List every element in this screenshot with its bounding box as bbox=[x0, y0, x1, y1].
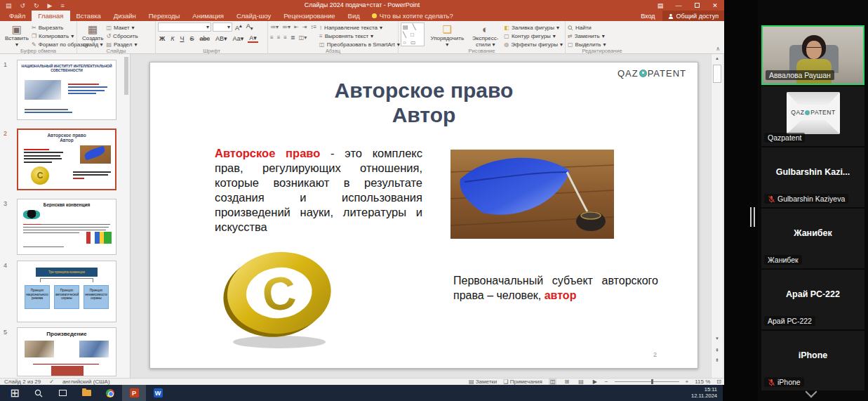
share-button[interactable]: Общий доступ bbox=[662, 11, 724, 21]
slide-thumbnail-4[interactable]: Три принципа конвенции Принцип националь… bbox=[17, 261, 116, 322]
taskbar-clock[interactable]: 15:11 12.11.2024 bbox=[691, 386, 717, 399]
italic-button[interactable]: К bbox=[169, 35, 175, 42]
underline-button[interactable]: Ч bbox=[178, 35, 185, 42]
find-button[interactable]: Найти bbox=[568, 24, 636, 32]
shrink-font-button[interactable]: А▾ bbox=[245, 22, 255, 32]
collapse-ribbon-icon[interactable]: ∧ bbox=[716, 46, 720, 52]
layout-button[interactable]: ◫Макет ▾ bbox=[106, 24, 138, 32]
zoom-slider[interactable] bbox=[615, 381, 679, 382]
slide-title[interactable]: Авторское правоАвтор bbox=[150, 78, 697, 127]
slide-thumbnail-1[interactable]: НАЦИОНАЛЬНЫЙ ИНСТИТУТ ИНТЕЛЛЕКТУАЛЬНОЙ С… bbox=[17, 60, 116, 120]
text-direction-button[interactable]: ↕Направление текста ▾ bbox=[319, 24, 400, 32]
reading-view-button[interactable]: ▤ bbox=[577, 379, 585, 385]
reset-button[interactable]: ↺Сбросить bbox=[106, 32, 138, 40]
start-button[interactable]: ⊞ bbox=[3, 385, 27, 401]
sign-in-button[interactable]: Вход bbox=[634, 13, 662, 20]
paste-button[interactable]: ▣ Вставить▾ bbox=[2, 22, 32, 48]
columns-icon[interactable]: ◫▾ bbox=[299, 34, 307, 41]
text-shadow-button[interactable]: abc bbox=[198, 35, 211, 42]
slide-thumbnail-3[interactable]: Бернская конвенция bbox=[17, 199, 116, 255]
powerpoint-taskbar-button[interactable]: P bbox=[122, 385, 146, 401]
thumbnail-image bbox=[80, 145, 111, 164]
font-size-combo[interactable]: ▾ bbox=[213, 22, 232, 32]
scroll-up-icon[interactable]: ▲ bbox=[712, 56, 723, 60]
comments-toggle[interactable]: ❏ Примечания bbox=[503, 379, 542, 385]
align-right-icon[interactable]: ≡ bbox=[283, 34, 287, 41]
new-slide-button[interactable]: ▦ Создать слайд ▾ bbox=[79, 22, 106, 48]
shape-fill-button[interactable]: ◧Заливка фигуры ▾ bbox=[504, 24, 563, 32]
slide-sorter-view-button[interactable]: ⊞ bbox=[563, 379, 570, 385]
replace-button[interactable]: ⇄Заменить ▾ bbox=[568, 32, 636, 40]
tab-home[interactable]: Главная bbox=[32, 11, 69, 21]
participant-video-tile[interactable]: Аввалова Раушан bbox=[761, 25, 864, 85]
shapes-gallery[interactable]: ▤ ╲ ╲ □ ○ ▭ △ ⌐ ¬ ⇨ ⇩ ▱ ✩ ⌒ ( ) ☆ ▾ bbox=[401, 22, 425, 46]
taskbar-search-button[interactable] bbox=[27, 385, 51, 401]
restore-button[interactable] bbox=[688, 0, 706, 11]
chrome-button[interactable] bbox=[98, 385, 122, 401]
slide-canvas[interactable]: QAZPATENT Авторское правоАвтор Авторское… bbox=[149, 62, 698, 369]
tell-me-box[interactable]: Что вы хотите сделать? bbox=[366, 11, 459, 21]
decrease-indent-icon[interactable]: ⇤ bbox=[294, 24, 299, 30]
zoom-level[interactable]: 115 % bbox=[695, 379, 710, 385]
participant-video-tile[interactable]: Жанибек Жанибек bbox=[761, 209, 864, 268]
notes-toggle[interactable]: ▤ Заметки bbox=[469, 379, 497, 385]
zoom-in-button[interactable]: + bbox=[686, 379, 689, 385]
spellcheck-icon[interactable]: ✓ bbox=[49, 379, 54, 385]
close-button[interactable]: ✕ bbox=[706, 0, 724, 11]
font-name-combo[interactable]: ▾ bbox=[158, 22, 211, 32]
scroll-down-icon[interactable]: ▼ bbox=[712, 336, 723, 341]
line-spacing-icon[interactable]: ↕≡ bbox=[310, 24, 316, 30]
word-taskbar-button[interactable]: W bbox=[146, 385, 170, 401]
participant-video-tile[interactable]: iPhone iPhone bbox=[761, 331, 864, 390]
numbering-icon[interactable]: ≕▾ bbox=[282, 24, 291, 30]
font-color-button[interactable]: А▾ bbox=[248, 34, 258, 43]
arrange-button[interactable]: ❏ Упорядочить▾ bbox=[427, 22, 467, 48]
change-case-button[interactable]: Аа▾ bbox=[232, 35, 246, 42]
language-indicator[interactable]: английский (США) bbox=[62, 379, 110, 385]
ribbon-display-options-button[interactable]: ▤ bbox=[651, 0, 669, 11]
tab-view[interactable]: Вид bbox=[342, 11, 366, 21]
copyright-gold-logo[interactable]: C bbox=[211, 246, 351, 352]
zoom-slider-knob[interactable] bbox=[651, 379, 653, 384]
tab-review[interactable]: Рецензирование bbox=[277, 11, 341, 21]
tab-animations[interactable]: Анимация bbox=[186, 11, 230, 21]
panel-resize-handle[interactable] bbox=[750, 207, 756, 227]
feather-photo[interactable] bbox=[450, 150, 614, 239]
bullets-icon[interactable]: ≔▾ bbox=[270, 24, 279, 30]
justify-icon[interactable]: ≣ bbox=[291, 34, 295, 41]
next-slide-button[interactable]: ⇟ bbox=[712, 357, 723, 363]
slide-thumbnail-5[interactable]: Произведение bbox=[17, 327, 116, 376]
tab-insert[interactable]: Вставка bbox=[70, 11, 107, 21]
participant-video-tile[interactable]: Арай РС-222 Арай РС-222 bbox=[761, 270, 864, 329]
scrollbar-thumb[interactable] bbox=[713, 65, 721, 83]
character-spacing-button[interactable]: АВ▾ bbox=[214, 35, 229, 42]
bold-button[interactable]: Ж bbox=[158, 35, 166, 42]
slideshow-view-button[interactable]: ▶ bbox=[592, 379, 599, 385]
minimize-button[interactable]: — bbox=[669, 0, 688, 11]
tab-slideshow[interactable]: Слайд-шоу bbox=[230, 11, 277, 21]
file-explorer-button[interactable] bbox=[74, 385, 98, 401]
slide-body-text[interactable]: Авторское право - это комплекс прав, рег… bbox=[215, 146, 422, 235]
fit-to-window-button[interactable]: ⊡ bbox=[716, 379, 721, 385]
thumbnail-scrollbar[interactable] bbox=[124, 55, 129, 376]
shape-outline-button[interactable]: ▢Контур фигуры ▾ bbox=[504, 32, 563, 40]
strikethrough-button[interactable]: S bbox=[188, 35, 195, 42]
align-text-button[interactable]: ≡Выровнять текст ▾ bbox=[319, 32, 400, 40]
task-view-button[interactable] bbox=[51, 385, 74, 401]
slide-thumbnail-2-selected[interactable]: Авторское правоАвтор C bbox=[17, 129, 116, 190]
align-left-icon[interactable]: ≡ bbox=[270, 34, 274, 41]
increase-indent-icon[interactable]: ⇥ bbox=[302, 24, 307, 30]
previous-slide-button[interactable]: ⇞ bbox=[712, 348, 723, 353]
participant-video-tile[interactable]: QAZPATENT Qazpatent bbox=[761, 86, 864, 146]
participant-video-tile[interactable]: Gulbarshin Kazi... Gulbarshin Kaziyeva bbox=[761, 147, 864, 207]
tab-design[interactable]: Дизайн bbox=[107, 11, 142, 21]
normal-view-button[interactable]: ◫ bbox=[549, 379, 557, 385]
align-center-icon[interactable]: ≡ bbox=[277, 34, 281, 41]
zoom-out-button[interactable]: − bbox=[605, 379, 608, 385]
quick-styles-button[interactable]: ◐ Экспресс- стили ▾ bbox=[469, 22, 501, 48]
grow-font-button[interactable]: А▴ bbox=[234, 22, 243, 32]
editor-scrollbar[interactable]: ▲ ▼ ⇞ ⇟ bbox=[711, 54, 723, 378]
tab-transitions[interactable]: Переходы bbox=[142, 11, 187, 21]
subject-text[interactable]: Первоначальный субъект авторского права … bbox=[453, 273, 658, 303]
tab-file[interactable]: Файл bbox=[3, 11, 32, 21]
